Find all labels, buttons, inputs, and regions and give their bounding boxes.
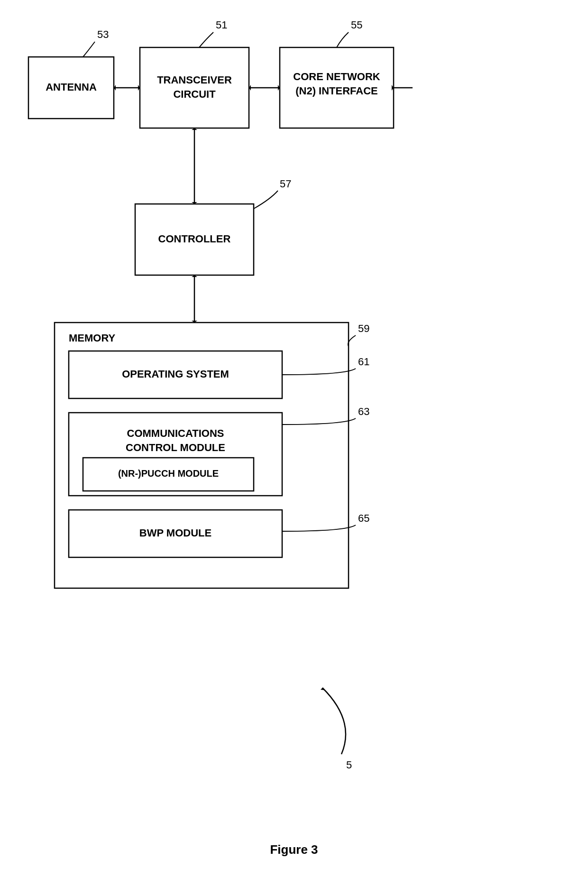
antenna-label: ANTENNA: [46, 81, 97, 93]
ref-57: 57: [280, 178, 291, 190]
core-network-label-2: (N2) INTERFACE: [295, 85, 378, 97]
transceiver-label-2: CIRCUIT: [173, 88, 216, 100]
ref-59: 59: [358, 323, 369, 334]
ref-61: 61: [358, 356, 369, 368]
ref-5: 5: [346, 759, 352, 771]
pucch-module-label: (NR-)PUCCH MODULE: [118, 468, 219, 479]
controller-label: CONTROLLER: [158, 233, 231, 245]
comm-control-label-1: COMMUNICATIONS: [127, 427, 224, 439]
transceiver-label-1: TRANSCEIVER: [157, 74, 232, 86]
ref-51: 51: [216, 19, 227, 31]
bwp-module-label: BWP MODULE: [139, 527, 211, 539]
comm-control-label-2: CONTROL MODULE: [126, 442, 225, 453]
ref-63: 63: [358, 406, 369, 417]
diagram-container: ANTENNA TRANSCEIVER CIRCUIT CORE NETWORK…: [0, 0, 588, 887]
core-network-label-1: CORE NETWORK: [293, 71, 380, 83]
ref-55: 55: [351, 19, 362, 31]
figure-label: Figure 3: [270, 842, 318, 857]
ref-53: 53: [97, 28, 109, 40]
operating-system-label: OPERATING SYSTEM: [122, 368, 229, 380]
memory-label: MEMORY: [69, 332, 116, 344]
ref-65: 65: [358, 512, 369, 524]
